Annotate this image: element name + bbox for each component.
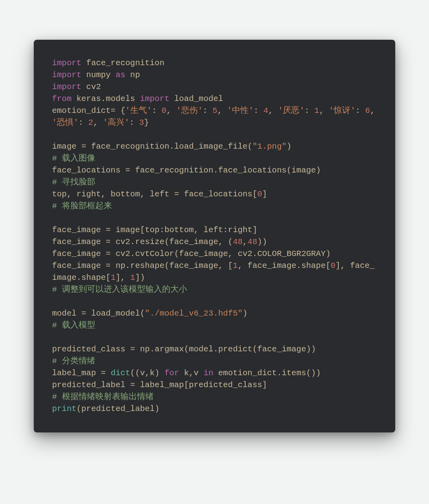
code-token: ,	[93, 118, 103, 127]
code-token: face_recognition	[81, 58, 164, 68]
code-block: import face_recognition import numpy as …	[52, 57, 377, 415]
string-literal: '惊讶'	[329, 106, 356, 115]
code-token: }	[144, 118, 149, 127]
code-token: ,	[370, 106, 380, 115]
code-token: load_model	[169, 94, 223, 103]
string-literal: '中性'	[227, 106, 254, 115]
code-token: face_image = cv2.cvtColor(face_image, cv…	[52, 249, 330, 258]
code-token: , face_image.shape[	[238, 261, 331, 270]
number-literal: 1	[314, 106, 319, 115]
code-token: ((v,k)	[130, 368, 164, 378]
code-token: face_image = cv2.resize(face_image, (	[52, 237, 233, 246]
code-token: :	[203, 106, 213, 115]
code-token: image = face_recognition.load_image_file…	[52, 142, 252, 151]
number-literal: 3	[139, 118, 144, 127]
builtin-dict: dict	[111, 368, 130, 378]
comment: # 寻找脸部	[52, 178, 95, 187]
code-token: (predicted_label)	[77, 404, 160, 413]
string-literal: '高兴'	[103, 118, 129, 127]
code-token: :	[305, 106, 315, 115]
code-token: emotion_dict.items())	[213, 368, 321, 378]
comment: # 载入图像	[52, 154, 95, 163]
code-token: ])	[135, 273, 145, 282]
number-literal: 1	[111, 273, 116, 282]
code-token: :	[356, 106, 365, 115]
string-literal: '厌恶'	[278, 106, 305, 115]
kw-for: for	[164, 368, 179, 378]
number-literal: 5	[213, 106, 217, 115]
number-literal: 48	[247, 237, 257, 246]
number-literal: 0	[162, 106, 166, 115]
code-token: ],	[116, 273, 130, 282]
code-token: ,	[243, 237, 247, 246]
code-token: :	[253, 106, 263, 115]
number-literal: 4	[263, 106, 268, 115]
code-token: :	[129, 118, 139, 127]
code-token: ,	[319, 106, 329, 115]
comment: # 分类情绪	[52, 357, 95, 366]
number-literal: 6	[365, 106, 370, 115]
comment: # 载入模型	[52, 321, 95, 330]
comment: # 根据情绪映射表输出情绪	[52, 392, 154, 401]
builtin-print: print	[52, 404, 77, 413]
code-token: :	[152, 106, 162, 115]
code-token: :	[79, 118, 89, 127]
kw-in: in	[203, 368, 213, 378]
code-token: face_image = image[top:bottom, left:righ…	[52, 225, 257, 235]
code-token: k,v	[179, 368, 204, 378]
kw-import: import	[52, 70, 81, 79]
comment: # 调整到可以进入该模型输入的大小	[52, 285, 187, 294]
code-token: model = load_model(	[52, 309, 145, 318]
code-token: numpy	[81, 70, 116, 79]
code-token: )	[287, 142, 292, 151]
code-token: ,	[268, 106, 278, 115]
code-token: cv2	[81, 82, 101, 91]
code-token: top, right, bottom, left = face_location…	[52, 190, 257, 199]
code-token: label_map =	[52, 368, 111, 378]
kw-as: as	[116, 70, 126, 79]
kw-import: import	[52, 82, 81, 91]
code-token: predicted_class = np.argmax(model.predic…	[52, 345, 316, 354]
string-literal: '生气'	[126, 106, 152, 115]
kw-import: import	[140, 94, 169, 103]
code-token: face_image = np.reshape(face_image, [	[52, 261, 233, 270]
code-card: import face_recognition import numpy as …	[34, 40, 395, 432]
code-token: ))	[257, 237, 267, 246]
string-literal: '悲伤'	[176, 106, 203, 115]
number-literal: 0	[257, 190, 262, 199]
kw-import: import	[52, 58, 81, 68]
comment: # 将脸部框起来	[52, 202, 112, 211]
number-literal: 0	[330, 261, 335, 270]
code-token: ,	[217, 106, 227, 115]
code-token: predicted_label = label_map[predicted_cl…	[52, 380, 267, 390]
string-literal: "./model_v6_23.hdf5"	[145, 309, 243, 318]
code-token: ,	[166, 106, 176, 115]
code-token: emotion_dict= {	[52, 106, 126, 115]
code-token: ]	[262, 190, 267, 199]
number-literal: 48	[233, 237, 243, 246]
number-literal: 1	[130, 273, 135, 282]
kw-from: from	[52, 94, 72, 103]
number-literal: 1	[233, 261, 238, 270]
code-token: face_locations = face_recognition.face_l…	[52, 166, 321, 175]
string-literal: "1.png"	[252, 142, 286, 151]
string-literal: '恐惧'	[52, 118, 79, 127]
number-literal: 2	[88, 118, 93, 127]
code-token: np	[126, 70, 140, 79]
code-token: )	[243, 309, 247, 318]
code-token: keras.models	[72, 94, 140, 103]
